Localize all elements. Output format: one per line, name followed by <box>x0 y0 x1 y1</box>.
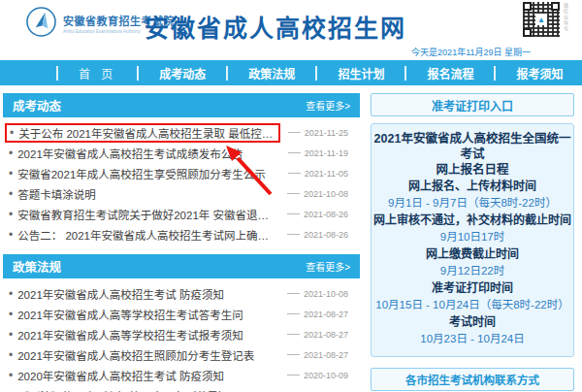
dash-icon <box>287 354 300 355</box>
list-item: • 2021年安徽省成人高等学校招生考试答考生问 2021-08-27 <box>9 304 348 324</box>
list-item: • 2021年安徽省成人高等学校招生考试报考须知 2021-08-27 <box>9 324 348 344</box>
qr-code: ▲ <box>523 2 560 37</box>
schedule-value: 10月15日 - 10月24日（每天8时-22时） <box>373 297 571 313</box>
item-date: 2021-10-08 <box>287 189 348 199</box>
bullet-icon: • <box>9 349 13 361</box>
schedule-label: 网上缴费截止时间 <box>373 245 571 263</box>
bullet-icon: • <box>9 329 13 341</box>
schedule-label: 网上报名、上传材料时间 <box>373 178 571 195</box>
nav-item-exam-news[interactable]: 成考动态 <box>139 65 226 82</box>
news-list: • 关于公布 2021年安徽省成人高校招生录取 最低控制分数线的通知 2021-… <box>3 117 360 248</box>
bullet-icon: • <box>9 147 13 159</box>
item-link[interactable]: • 2021年安徽省成人高校招生考试 防疫须知 <box>9 286 279 302</box>
qr-corner <box>551 2 560 11</box>
schedule-label: 准考证打印时间 <box>373 279 571 297</box>
dash-icon <box>288 152 301 153</box>
dash-icon <box>287 313 300 314</box>
view-more-link[interactable]: 查看更多> <box>306 259 350 274</box>
dash-icon <box>287 375 300 376</box>
item-link[interactable]: • 《刑法》修正案（九）第二十五条（节录） <box>9 388 279 392</box>
item-link[interactable]: • 公告二： 2021年安徽省成人高校招生考试网上确认须知 <box>9 227 279 243</box>
schedule-label: 考试时间 <box>373 313 571 331</box>
panel-title: 政策法规 <box>13 257 61 276</box>
nav-item-home[interactable]: 首 页 <box>58 65 137 82</box>
dash-icon <box>288 132 301 133</box>
bullet-icon: • <box>9 309 13 320</box>
list-item: • 安徽省2021年成人高校招生享受照顾加分考生公示 2021-11-05 <box>9 163 348 183</box>
news-column: 成考动态 查看更多> • 关于公布 2021年安徽省成人高校招生录取 最低控制分… <box>3 93 360 392</box>
dash-icon <box>287 213 300 214</box>
main-nav: 首 页 成考动态 政策法规 招生计划 报名流程 报考须知 <box>0 60 582 85</box>
list-item: • 2021年安徽省成人高校招生考试成绩发布公告 2021-11-19 <box>9 143 348 163</box>
item-link[interactable]: • 2021年安徽省成人高等学校招生考试报考须知 <box>9 327 279 343</box>
qr-caption: 微信公众号 <box>563 3 569 32</box>
news-list: • 2021年安徽省成人高校招生考试 防疫须知 2021-10-08 • 202… <box>3 278 360 392</box>
bullet-icon: • <box>9 168 13 180</box>
list-item: • 关于公布 2021年安徽省成人高校招生录取 最低控制分数线的通知 2021-… <box>9 122 348 143</box>
schedule-value: 10月23日 - 10月24日 <box>373 331 571 347</box>
dash-icon <box>287 293 300 294</box>
bullet-icon: • <box>10 127 14 139</box>
qr-corner <box>523 2 532 11</box>
current-date: 今天是2021年11月29日 星期一 <box>411 46 531 58</box>
item-link[interactable]: • 安徽省2021年成人高校招生享受照顾加分考生公示 <box>9 166 280 181</box>
view-more-link[interactable]: 查看更多> <box>306 98 350 113</box>
qr-logo-icon: ▲ <box>535 14 547 25</box>
admission-ticket-print-button[interactable]: 准考证打印入口 <box>371 93 574 116</box>
item-link[interactable]: • 2020年安徽省成人高校招生考试 防疫须知 <box>9 368 279 383</box>
bullet-icon: • <box>9 188 13 200</box>
page-title: 安徽省成人高校招生网 <box>145 9 406 44</box>
schedule-title-line2: 网上报名日程 <box>373 162 571 178</box>
dash-icon <box>288 173 301 174</box>
schedule-label: 网上审核不通过，补交材料的截止时间 <box>373 212 571 229</box>
item-link[interactable]: • 2021年安徽省成人高校招生照顾加分考生登记表 <box>9 347 279 363</box>
list-item: • 《刑法》修正案（九）第二十五条（节录） 2020-08-28 <box>9 385 348 392</box>
item-date: 2021-08-27 <box>287 350 348 360</box>
list-item: • 2021年安徽省成人高校招生考试 防疫须知 2021-10-08 <box>9 283 348 304</box>
schedule-value: 9月12日22时 <box>373 263 571 279</box>
panel-exam-news: 成考动态 查看更多> • 关于公布 2021年安徽省成人高校招生录取 最低控制分… <box>3 93 360 248</box>
item-date: 2020-10-09 <box>287 371 348 380</box>
list-item: • 2020年安徽省成人高校招生考试 防疫须知 2020-10-09 <box>9 365 348 385</box>
list-item: • 公告二： 2021年安徽省成人高校招生考试网上确认须知 2021-08-26 <box>9 224 348 245</box>
item-link[interactable]: • 安徽省教育招生考试院关于做好2021年 安徽省退役军人和 “下基层” 服务.… <box>9 207 279 222</box>
item-date: 2021-11-05 <box>288 169 348 179</box>
nav-item-registration-process[interactable]: 报名流程 <box>406 65 494 82</box>
bullet-icon: • <box>9 288 13 300</box>
nav-item-enrollment-plan[interactable]: 招生计划 <box>317 65 404 82</box>
sidebar: 准考证打印入口 2021年安徽省成人高校招生全国统一考试 网上报名日程 网上报名… <box>371 93 574 391</box>
schedule-title-line1: 2021年安徽省成人高校招生全国统一考试 <box>373 131 571 162</box>
bullet-icon: • <box>9 370 13 381</box>
item-date: 2021-08-27 <box>287 330 348 340</box>
list-item: • 2021年安徽省成人高校招生照顾加分考生登记表 2021-08-27 <box>9 344 348 365</box>
city-contact-button[interactable]: 各市招生考试机构联系方式 <box>371 368 574 391</box>
qr-corner <box>523 28 532 37</box>
item-date: 2021-10-08 <box>287 289 348 299</box>
highlighted-item-link[interactable]: • 关于公布 2021年安徽省成人高校招生录取 最低控制分数线的通知 <box>5 123 280 143</box>
bullet-icon: • <box>9 229 13 241</box>
item-date: 2021-11-25 <box>288 128 348 138</box>
dash-icon <box>287 234 300 235</box>
schedule-value: 9月10日17时 <box>373 229 571 245</box>
exam-schedule-panel: 2021年安徽省成人高校招生全国统一考试 网上报名日程 网上报名、上传材料时间 … <box>371 123 574 357</box>
dash-icon <box>287 334 300 335</box>
bullet-icon: • <box>9 209 13 220</box>
item-link[interactable]: • 2021年安徽省成人高等学校招生考试答考生问 <box>9 307 279 322</box>
item-date: 2021-11-19 <box>288 148 348 158</box>
item-link[interactable]: • 2021年安徽省成人高校招生考试成绩发布公告 <box>9 146 280 161</box>
item-date: 2021-08-27 <box>287 310 348 319</box>
item-link[interactable]: • 答题卡填涂说明 <box>9 186 279 202</box>
list-item: • 答题卡填涂说明 2021-10-08 <box>9 183 348 204</box>
nav-item-policies[interactable]: 政策法规 <box>228 65 315 82</box>
item-date: 2021-08-26 <box>287 230 348 240</box>
nav-item-application-notes[interactable]: 报考须知 <box>496 65 582 82</box>
item-date: 2021-08-26 <box>287 210 348 219</box>
logo-icon <box>26 7 56 37</box>
schedule-value: 9月1日 - 9月7日（每天8时-22时） <box>373 195 571 212</box>
list-item: • 安徽省教育招生考试院关于做好2021年 安徽省退役军人和 “下基层” 服务.… <box>9 204 348 224</box>
panel-title: 成考动态 <box>13 96 61 114</box>
panel-header: 成考动态 查看更多> <box>3 93 360 117</box>
site-header: 安徽省教育招生考试院 Anhui Education Examinations … <box>0 0 582 60</box>
panel-policies: 政策法规 查看更多> • 2021年安徽省成人高校招生考试 防疫须知 2021-… <box>3 254 360 392</box>
dash-icon <box>287 193 300 194</box>
